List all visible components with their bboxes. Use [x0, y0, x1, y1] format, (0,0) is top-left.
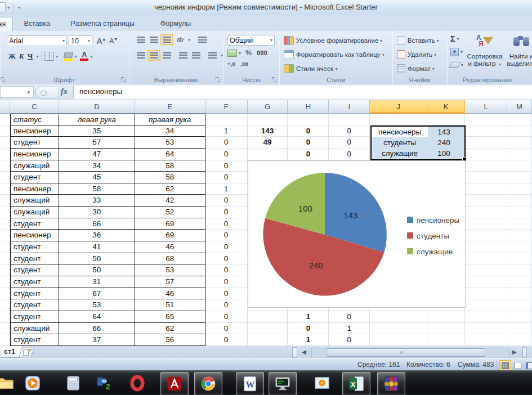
- cell-L7[interactable]: [465, 183, 507, 195]
- scroll-left-icon[interactable]: ◀: [302, 347, 306, 357]
- cell-H1[interactable]: [288, 114, 329, 125]
- cell-clipped[interactable]: [0, 311, 10, 323]
- cell-D18[interactable]: 64: [59, 311, 135, 323]
- cell-L17[interactable]: [465, 299, 507, 311]
- merge-dropdown-icon[interactable]: ▾: [221, 53, 223, 58]
- column-headers[interactable]: CDEFGHIJKLM: [0, 100, 532, 114]
- cell-C5[interactable]: служащий: [10, 160, 59, 172]
- cell-K18[interactable]: [427, 311, 465, 323]
- scroll-right-icon[interactable]: ▶: [512, 347, 517, 357]
- cell-C4[interactable]: пенсионер: [10, 149, 59, 160]
- column-header-F[interactable]: F: [205, 100, 248, 114]
- decrease-indent-icon[interactable]: [179, 52, 187, 59]
- cell-clipped[interactable]: [0, 207, 10, 218]
- cell-clipped[interactable]: [0, 264, 10, 276]
- cell-L14[interactable]: [465, 264, 507, 276]
- cell-L8[interactable]: [465, 195, 507, 207]
- column-header-G[interactable]: G: [248, 100, 288, 114]
- cell-G3[interactable]: 49: [248, 137, 288, 149]
- taskbar-console-icon[interactable]: [269, 372, 297, 395]
- cell-M8[interactable]: [507, 195, 532, 207]
- font-color-icon[interactable]: А: [80, 52, 88, 61]
- view-page-break-button[interactable]: [524, 360, 532, 371]
- orientation-dropdown-icon[interactable]: ▾: [188, 37, 190, 42]
- cell-F6[interactable]: 0: [205, 172, 248, 183]
- cell-F1[interactable]: [205, 114, 248, 125]
- pie-chart[interactable]: 143240100пенсионерыстудентыслужащие: [248, 160, 466, 308]
- cell-M19[interactable]: [507, 323, 532, 335]
- cell-L19[interactable]: [465, 323, 507, 335]
- cell-C10[interactable]: студент: [10, 218, 59, 230]
- cell-G18[interactable]: [248, 311, 288, 323]
- decrease-decimal-icon[interactable]: ,00: [240, 61, 248, 67]
- clear-dropdown-icon[interactable]: ▾: [461, 62, 463, 68]
- cell-clipped[interactable]: [0, 137, 10, 149]
- taskbar-viewer2-icon[interactable]: 2: [90, 372, 117, 394]
- cell-M13[interactable]: [507, 253, 532, 265]
- column-header-D[interactable]: D: [59, 100, 135, 114]
- alignment-dialog-launcher-icon[interactable]: [216, 77, 221, 82]
- ribbon-tab-Вставка[interactable]: Вставка: [17, 17, 56, 31]
- cell-L6[interactable]: [465, 172, 507, 183]
- cell-L4[interactable]: [465, 149, 507, 160]
- cell-C12[interactable]: студент: [10, 241, 59, 253]
- cell-H2[interactable]: 0: [288, 125, 329, 137]
- font-color-dropdown-icon[interactable]: ▾: [90, 54, 92, 59]
- cell-clipped[interactable]: [0, 323, 10, 335]
- cell-D11[interactable]: 36: [59, 230, 135, 241]
- selected-row[interactable]: служащие100: [372, 148, 464, 159]
- cell-J19[interactable]: [370, 323, 427, 335]
- cell-L12[interactable]: [465, 241, 507, 253]
- cell-clipped[interactable]: [0, 160, 10, 172]
- taskbar-opera-icon[interactable]: [124, 372, 151, 394]
- format-as-table-button[interactable]: Форматировать как таблицу▾: [284, 50, 385, 59]
- taskbar-calculator-icon[interactable]: [60, 372, 87, 394]
- cell-clipped[interactable]: [0, 114, 10, 125]
- cell-D2[interactable]: 35: [59, 125, 135, 137]
- cell-D14[interactable]: 50: [59, 264, 135, 276]
- cell-D9[interactable]: 30: [59, 207, 135, 218]
- column-header-I[interactable]: I: [329, 100, 370, 114]
- selected-value-cell[interactable]: 100: [428, 148, 460, 159]
- cell-C1[interactable]: статус: [10, 114, 59, 125]
- selected-row[interactable]: пенсионеры143: [372, 127, 464, 137]
- worksheet-grid[interactable]: CDEFGHIJKLM статуслевая рукаправая рукап…: [0, 100, 532, 346]
- cell-L2[interactable]: [465, 125, 507, 137]
- cell-styles-button[interactable]: Стили ячеек▾: [284, 64, 337, 73]
- cell-E11[interactable]: 69: [135, 230, 205, 241]
- cell-L18[interactable]: [465, 311, 507, 323]
- shrink-font-icon[interactable]: А▼: [109, 37, 118, 45]
- selected-value-cell[interactable]: 240: [428, 137, 460, 148]
- selected-label-cell[interactable]: пенсионеры: [372, 127, 428, 137]
- cell-E20[interactable]: 56: [135, 334, 205, 346]
- cell-C8[interactable]: служащий: [10, 195, 59, 207]
- cell-F20[interactable]: 0: [205, 334, 248, 346]
- merge-center-icon[interactable]: [208, 52, 217, 59]
- cell-L13[interactable]: [465, 253, 507, 265]
- cell-F19[interactable]: 0: [205, 323, 248, 335]
- percent-icon[interactable]: %: [245, 49, 252, 57]
- cell-C11[interactable]: пенсионер: [10, 230, 59, 241]
- cell-D3[interactable]: 57: [59, 137, 135, 149]
- fill-dropdown-icon[interactable]: ▾: [461, 50, 463, 55]
- cell-clipped[interactable]: [0, 149, 10, 160]
- cell-F8[interactable]: 0: [205, 195, 248, 207]
- cell-C15[interactable]: студент: [10, 276, 59, 288]
- cell-M5[interactable]: [507, 160, 532, 172]
- fill-color-icon[interactable]: [64, 52, 73, 61]
- align-left-icon[interactable]: [137, 52, 145, 59]
- cell-clipped[interactable]: [0, 125, 10, 137]
- cell-G1[interactable]: [248, 114, 288, 125]
- align-top-icon[interactable]: [137, 37, 145, 43]
- taskbar-excel-icon[interactable]: X: [342, 372, 370, 395]
- cell-K19[interactable]: [427, 323, 465, 335]
- cell-F5[interactable]: 0: [205, 160, 248, 172]
- cell-C16[interactable]: студент: [10, 288, 59, 300]
- cell-E14[interactable]: 53: [135, 264, 205, 276]
- taskbar-photo-viewer-icon[interactable]: [309, 372, 336, 394]
- cell-F9[interactable]: 0: [205, 207, 248, 218]
- cell-K1[interactable]: [427, 114, 465, 125]
- cell-M14[interactable]: [507, 264, 532, 276]
- cell-I1[interactable]: [329, 114, 370, 125]
- cell-M17[interactable]: [507, 299, 532, 311]
